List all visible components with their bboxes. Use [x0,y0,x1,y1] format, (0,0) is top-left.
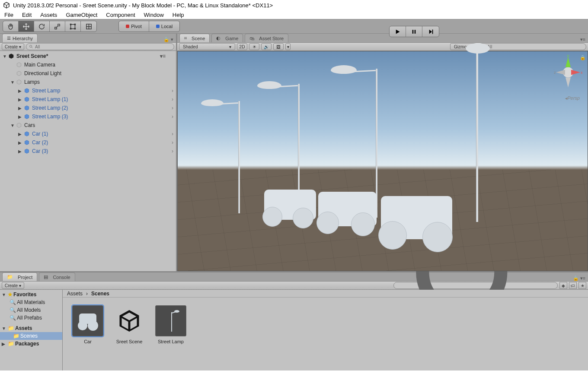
title-bar: Unity 2018.3.0f2 Personal - Sreet Scene.… [0,0,588,10]
open-prefab-icon[interactable]: › [172,148,173,154]
hierarchy-tab[interactable]: ☰Hierarchy [2,34,38,42]
hierarchy-item[interactable]: ▶Car (2)› [0,138,176,147]
foldout-icon[interactable]: ▶ [18,149,23,154]
tab-asset-store[interactable]: 🛍 Asset Store [245,34,288,42]
hierarchy-item[interactable]: ▶Street Lamp (1)› [0,95,176,104]
local-button[interactable]: Local [149,21,179,32]
menu-gameobject[interactable]: GameObject [66,12,97,18]
hierarchy-item[interactable]: ▶Car (3)› [0,147,176,155]
panel-lock-icon[interactable]: 🔒 ▾ [163,37,173,42]
hierarchy-tree[interactable]: ▼ Sreet Scene* ▾≡ Main CameraDirectional… [0,51,176,271]
foldout-icon[interactable]: ▶ [18,97,23,102]
hand-tool[interactable] [3,21,19,32]
hierarchy-item[interactable]: ▼Cars [0,121,176,130]
tab-console[interactable]: ▤ Console [39,272,75,281]
foldout-icon[interactable]: ▶ [18,114,23,119]
hierarchy-item[interactable]: ▶Street Lamp› [0,86,176,95]
gizmo-lock-icon[interactable]: 🔒 [580,55,586,60]
foldout-icon[interactable]: ▶ [18,140,23,145]
foldout-icon[interactable]: ▼ [10,123,16,128]
menu-window[interactable]: Window [144,12,164,18]
hierarchy-item[interactable]: ▶Street Lamp (3)› [0,112,176,121]
foldout-icon[interactable]: ▼ [3,54,8,59]
hierarchy-item-label: Car (2) [32,139,48,146]
tab-scene[interactable]: ⌗ Scene [179,34,210,42]
scene-object-car[interactable] [318,192,377,226]
folder-scenes[interactable]: 📁Scenes [0,332,62,340]
menu-edit[interactable]: Edit [22,12,32,18]
filter-by-label-icon[interactable]: 🏷 [569,282,577,289]
save-search-icon[interactable]: ★ [578,282,586,289]
foldout-icon[interactable]: ▶ [18,89,23,93]
shading-mode-dropdown[interactable]: Shaded▾ [179,43,235,50]
scene-object-car[interactable] [264,190,316,220]
open-prefab-icon[interactable]: › [172,139,173,146]
hierarchy-item[interactable]: ▶Street Lamp (2)› [0,104,176,112]
hierarchy-item[interactable]: ▼Lamps [0,78,176,86]
project-folder-tree[interactable]: ▼★Favorites 🔍All Materials 🔍All Models 🔍… [0,290,63,370]
scene-fx-dropdown-icon[interactable]: ▾ [285,43,291,50]
breadcrumb-scenes[interactable]: Scenes [91,291,109,297]
svg-point-25 [174,310,179,313]
scale-tool[interactable] [50,21,65,32]
project-panel-menu-icon[interactable]: 🔒 ▾≡ [573,276,585,281]
menu-bar: File Edit Assets GameObject Component Wi… [0,10,588,19]
menu-help[interactable]: Help [173,12,184,18]
tab-game[interactable]: ◐ Game [211,34,243,42]
scene-options-icon[interactable]: ▾≡ [160,53,166,59]
asset-sreet-scene[interactable]: Sreet Scene [113,305,146,344]
hierarchy-item[interactable]: ▶Car (1)› [0,130,176,138]
hierarchy-item[interactable]: Main Camera [0,60,176,69]
open-prefab-icon[interactable]: › [172,96,173,102]
scene-lighting-toggle[interactable]: ☀ [249,43,259,50]
hierarchy-create-button[interactable]: Create▾ [2,43,24,50]
open-prefab-icon[interactable]: › [172,88,173,94]
scene-header-row[interactable]: ▼ Sreet Scene* ▾≡ [0,52,176,60]
foldout-icon[interactable]: ▶ [18,132,23,136]
step-button[interactable] [422,26,439,37]
scene-viewport[interactable]: y z x 🔒 ◂Persp [177,51,588,271]
scene-object-car[interactable] [381,196,452,239]
tab-project[interactable]: 📁 Project [2,272,37,281]
asset-car[interactable]: Car [71,305,104,344]
folder-icon: 📁 [8,341,14,347]
projection-label[interactable]: ◂Persp [565,95,580,101]
assets-header[interactable]: ▼📁Assets [0,324,62,332]
rotate-tool[interactable] [34,21,50,32]
scene-object-lamp[interactable] [238,101,240,213]
menu-file[interactable]: File [4,12,13,18]
hierarchy-search-input[interactable]: All [26,43,174,50]
project-create-button[interactable]: Create▾ [2,282,24,289]
packages-header[interactable]: ▶📁Packages [0,340,62,348]
filter-by-type-icon[interactable]: ◆ [559,282,567,289]
hierarchy-item[interactable]: Directional Light [0,69,176,78]
rect-tool[interactable] [65,21,81,32]
orientation-gizmo[interactable]: y z x [553,54,583,95]
menu-component[interactable]: Component [106,12,135,18]
scene-audio-toggle[interactable]: 🔊 [261,43,272,50]
favorites-header[interactable]: ▼★Favorites [0,291,62,298]
breadcrumb-assets[interactable]: Assets [67,291,83,297]
move-tool[interactable] [19,21,34,32]
asset-grid[interactable]: Car Sreet Scene Street Lamp [63,298,588,370]
open-prefab-icon[interactable]: › [172,131,173,137]
play-button[interactable] [390,26,406,37]
scene-object-lamp[interactable] [476,49,478,222]
open-prefab-icon[interactable]: › [172,105,173,111]
asset-street-lamp[interactable]: Street Lamp [154,305,187,344]
project-search-input[interactable] [393,282,558,289]
fav-all-materials[interactable]: 🔍All Materials [0,298,62,306]
transform-tool[interactable] [81,21,96,32]
scene-2d-toggle[interactable]: 2D [237,43,247,50]
scene-panel-menu-icon[interactable]: ▾≡ [580,37,585,42]
pause-button[interactable] [406,26,422,37]
scene-search-input[interactable]: All [478,43,586,50]
fav-all-models[interactable]: 🔍All Models [0,306,62,314]
fav-all-prefabs[interactable]: 🔍All Prefabs [0,314,62,322]
pivot-button[interactable]: Pivot [119,21,149,32]
menu-assets[interactable]: Assets [40,12,57,18]
open-prefab-icon[interactable]: › [172,114,173,120]
scene-fx-toggle[interactable]: 🖼 [273,43,284,50]
foldout-icon[interactable]: ▼ [10,80,16,85]
foldout-icon[interactable]: ▶ [18,106,23,111]
